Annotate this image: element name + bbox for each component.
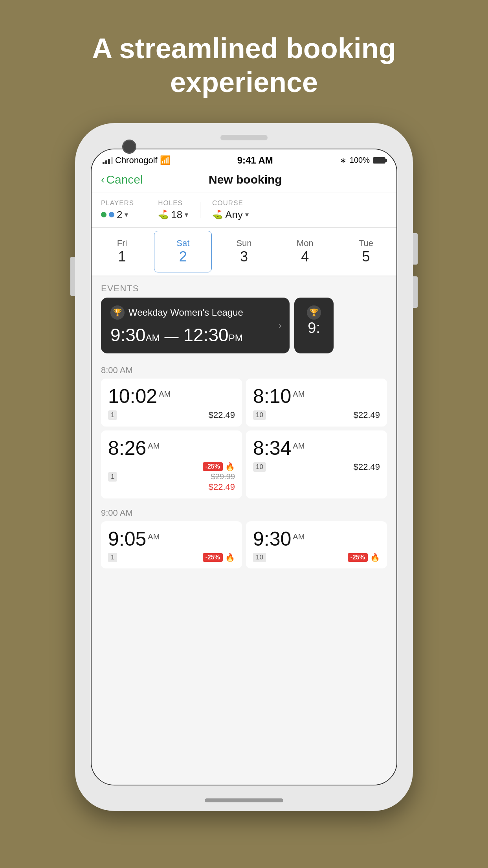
fire-icon-905: 🔥 [225, 553, 235, 562]
discount-badge-905: -25% [203, 553, 223, 562]
trophy-icon-partial: 🏆 [307, 305, 321, 320]
tee-time-card-1002[interactable]: 10:02 AM 1 $22.49 [101, 379, 242, 427]
tee-time-card-826[interactable]: 8:26 AM 1 -25% 🔥 $29.99 $22.49 [101, 430, 242, 498]
event-dash: — [165, 328, 179, 345]
date-num-fri: 1 [118, 248, 126, 265]
date-day-sat: Sat [176, 238, 189, 248]
players-value: 2 [117, 209, 122, 221]
date-cell-sat[interactable]: Sat 2 [154, 231, 212, 272]
carrier-name: Chronogolf [115, 155, 158, 166]
tee-time-hour-826: 8:26 [108, 437, 146, 460]
date-cell-fri[interactable]: Fri 1 [93, 231, 151, 272]
course-dropdown-icon: ▾ [245, 210, 249, 219]
tee-time-main-905: 9:05 AM [108, 528, 235, 550]
tee-time-hour-834: 8:34 [253, 437, 291, 460]
tee-time-hour-905: 9:05 [108, 528, 146, 550]
tee-times-grid-9am: 9:05 AM 1 -25% 🔥 9:30 AM [92, 521, 396, 572]
front-camera [122, 140, 136, 154]
holes-pin-icon: ⛳ [158, 210, 169, 220]
tee-time-main-826: 8:26 AM [108, 437, 235, 460]
tee-time-card-834[interactable]: 8:34 AM 10 $22.49 [246, 430, 387, 498]
tee-time-ampm-810: AM [293, 390, 305, 399]
discount-badge-826: -25% [203, 462, 223, 471]
phone-top-bar [220, 135, 268, 140]
speaker-slot [220, 135, 268, 140]
players-value-row[interactable]: 2 ▾ [101, 209, 134, 221]
holes-filter[interactable]: HOLES ⛳ 18 ▾ [158, 199, 188, 221]
tee-time-card-810[interactable]: 8:10 AM 10 $22.49 [246, 379, 387, 427]
tee-time-ampm-930: AM [293, 532, 305, 541]
time-section-header-9am: 9:00 AM [92, 502, 396, 521]
scroll-content: EVENTS 🏆 Weekday Women's League 9:30AM —… [92, 276, 396, 785]
event-header-1: 🏆 Weekday Women's League [110, 305, 280, 320]
tee-badge-930: 10 [253, 553, 266, 562]
event-partial-time: 9: [308, 320, 320, 337]
dot-blue [109, 212, 114, 217]
event-chevron-icon: › [279, 320, 282, 331]
date-cell-mon[interactable]: Mon 4 [276, 231, 334, 272]
time-section-header-8am: 8:00 AM [92, 360, 396, 379]
battery-icon [373, 157, 385, 164]
battery-percent: 100% [350, 156, 370, 165]
event-end-time: 12:30PM [183, 324, 243, 346]
trophy-icon-1: 🏆 [110, 305, 125, 320]
date-cell-sun[interactable]: Sun 3 [215, 231, 273, 272]
tee-time-main-1002: 10:02 AM [108, 385, 235, 408]
status-time: 9:41 AM [237, 155, 273, 166]
discount-area-826: -25% 🔥 $29.99 $22.49 [203, 462, 235, 492]
nav-bar: ‹ Cancel New booking [92, 169, 396, 193]
holes-dropdown-icon: ▾ [185, 210, 188, 219]
tee-time-card-905[interactable]: 9:05 AM 1 -25% 🔥 [101, 521, 242, 568]
headline: A streamlined booking experience [67, 0, 421, 123]
time-section-label-9am: 9:00 AM [101, 508, 133, 518]
tee-time-footer-1002: 1 $22.49 [108, 410, 235, 420]
tee-badge-810: 10 [253, 410, 266, 420]
tee-price-834: $22.49 [354, 462, 380, 472]
event-card-partial[interactable]: 🏆 9: [294, 298, 334, 353]
players-filter[interactable]: PLAYERS 2 ▾ [101, 199, 134, 221]
fire-icon-826: 🔥 [225, 462, 235, 471]
volume-button-up [413, 233, 418, 265]
discount-row-826: -25% 🔥 [203, 462, 235, 471]
tee-price-810: $22.49 [354, 410, 380, 420]
tee-badge-834: 10 [253, 462, 266, 472]
events-section-header: EVENTS [92, 276, 396, 298]
tee-badge-1002: 1 [108, 410, 117, 420]
date-day-fri: Fri [117, 238, 127, 248]
date-num-mon: 4 [301, 248, 309, 265]
filter-divider-2 [200, 202, 200, 218]
status-right: ∗ 100% [340, 156, 385, 165]
tee-time-footer-810: 10 $22.49 [253, 410, 380, 420]
original-price-826: $29.99 [211, 472, 235, 481]
tee-time-ampm-826: AM [148, 441, 160, 451]
players-label: PLAYERS [101, 199, 134, 207]
course-value-row[interactable]: ⛳ Any ▾ [212, 209, 249, 221]
events-scroll: 🏆 Weekday Women's League 9:30AM — 12:30P… [92, 298, 396, 360]
holes-value: 18 [171, 209, 182, 221]
date-day-mon: Mon [297, 238, 314, 248]
date-picker: Fri 1 Sat 2 Sun 3 Mon 4 Tue 5 [92, 228, 396, 276]
event-card-1[interactable]: 🏆 Weekday Women's League 9:30AM — 12:30P… [101, 298, 290, 353]
discount-badge-930: -25% [348, 553, 368, 562]
tee-time-ampm-834: AM [293, 441, 305, 451]
tee-time-card-930[interactable]: 9:30 AM 10 -25% 🔥 [246, 521, 387, 568]
nav-title: New booking [143, 173, 348, 186]
course-filter[interactable]: COURSE ⛳ Any ▾ [212, 199, 249, 221]
holes-value-row[interactable]: ⛳ 18 ▾ [158, 209, 188, 221]
date-num-sat: 2 [179, 248, 187, 265]
cancel-label[interactable]: Cancel [106, 173, 143, 186]
time-section-label-8am: 8:00 AM [101, 365, 133, 375]
tee-time-footer-930: 10 -25% 🔥 [253, 553, 380, 562]
sale-price-826: $22.49 [209, 482, 235, 492]
tee-badge-826: 1 [108, 472, 117, 482]
tee-time-main-834: 8:34 AM [253, 437, 380, 460]
course-pin-icon: ⛳ [212, 210, 223, 220]
tee-time-main-930: 9:30 AM [253, 528, 380, 550]
filters-row: PLAYERS 2 ▾ HOLES ⛳ 18 ▾ [101, 199, 387, 221]
tee-time-ampm-1002: AM [159, 390, 171, 399]
events-title: EVENTS [101, 283, 139, 293]
cancel-button[interactable]: ‹ Cancel [101, 173, 143, 186]
course-value: Any [225, 209, 243, 221]
date-cell-tue[interactable]: Tue 5 [337, 231, 395, 272]
fire-icon-930: 🔥 [370, 553, 380, 562]
